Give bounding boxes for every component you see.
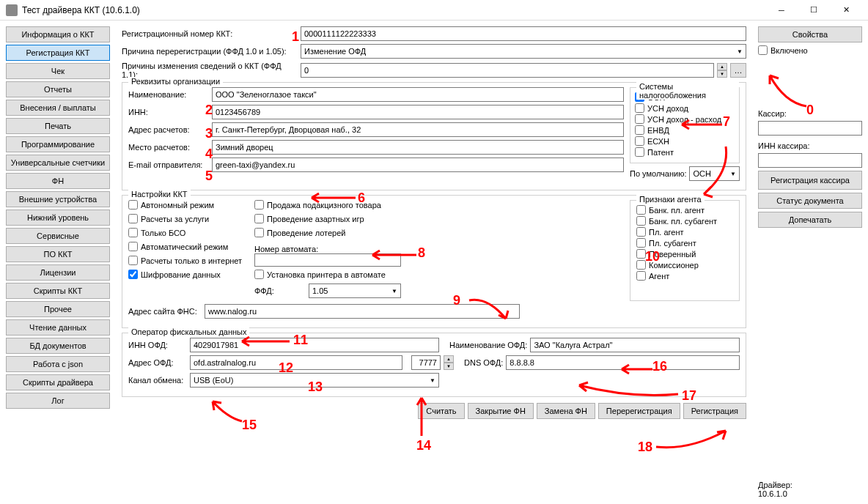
reg-button[interactable]: Регистрация: [683, 403, 746, 419]
cashier-inn-input[interactable]: [758, 153, 862, 168]
kkt-checkbox[interactable]: Автономный режим: [128, 200, 246, 210]
automata-input[interactable]: [254, 253, 401, 267]
enabled-checkbox[interactable]: Включено: [758, 45, 862, 55]
kkt-checkbox[interactable]: Шифрование данных: [128, 270, 246, 279]
org-addr-label: Адрес расчетов:: [128, 125, 209, 134]
kkt-checkbox[interactable]: Проведение лотерей: [254, 228, 401, 237]
kkt-checkbox[interactable]: Автоматический режим: [128, 242, 246, 251]
printer-checkbox[interactable]: Установка принтера в автомате: [254, 270, 401, 279]
app-icon: [6, 4, 18, 16]
ofd-dns-label: DNS ОФД:: [464, 358, 503, 367]
sidebar-item[interactable]: БД документов: [6, 338, 110, 354]
org-place-label: Место расчетов:: [128, 143, 209, 152]
changes-input[interactable]: [301, 63, 714, 78]
ofd-port-input[interactable]: [411, 355, 441, 370]
sidebar-item[interactable]: Чек: [6, 63, 110, 79]
close-button[interactable]: ✕: [830, 0, 862, 21]
org-inn-input[interactable]: [212, 105, 624, 119]
ofd-name-label: Наименование ОФД:: [449, 341, 527, 349]
org-fieldset: Реквизиты организации Наименование: ИНН:…: [122, 82, 746, 190]
fns-label: Адрес сайта ФНС:: [128, 307, 202, 316]
org-email-input[interactable]: [212, 158, 624, 172]
kkt-checkbox[interactable]: Расчеты только в интернет: [128, 256, 246, 265]
sidebar-item[interactable]: Сервисные: [6, 228, 110, 244]
org-addr-input[interactable]: [212, 122, 624, 137]
window-title: Тест драйвера ККТ (10.6.1.0): [22, 5, 765, 15]
kkt-checkbox[interactable]: Продажа подакцизного товара: [254, 200, 401, 210]
maximize-button[interactable]: ☐: [798, 0, 830, 21]
cashier-inn-label: ИНН кассира:: [758, 141, 862, 150]
sidebar-item[interactable]: Скрипты ККТ: [6, 283, 110, 299]
agent-checkbox[interactable]: Пл. агент: [636, 227, 733, 237]
tax-checkbox[interactable]: УСН доход: [635, 103, 735, 113]
sidebar-item[interactable]: Скрипты драйвера: [6, 374, 110, 390]
sidebar-item[interactable]: Внесения / выплаты: [6, 100, 110, 116]
ofd-name-input[interactable]: [530, 338, 740, 352]
close-fn-button[interactable]: Закрытие ФН: [468, 403, 534, 419]
tax-checkbox[interactable]: ЕНВД: [635, 125, 735, 135]
tax-checkbox[interactable]: ЕСХН: [635, 136, 735, 146]
ofd-addr-label: Адрес ОФД:: [128, 358, 187, 367]
reg-number-input[interactable]: [301, 26, 746, 41]
ffd-combo[interactable]: 1.05▼: [309, 284, 401, 298]
rereg-reason-combo[interactable]: Изменение ОФД▼: [301, 44, 746, 59]
sidebar-item[interactable]: Регистрация ККТ: [6, 45, 110, 61]
reg-number-label: Регистрационный номер ККТ:: [122, 29, 298, 38]
props-button[interactable]: Свойства: [758, 26, 862, 42]
kkt-checkbox[interactable]: Проведение азартных игр: [254, 214, 401, 223]
chevron-down-icon: ▼: [391, 288, 397, 294]
minimize-button[interactable]: ─: [765, 0, 798, 21]
changes-ellipsis-button[interactable]: …: [730, 63, 746, 78]
port-spinner[interactable]: ▲▼: [444, 355, 454, 370]
org-email-label: E-mail отправителя:: [128, 160, 209, 169]
fns-input[interactable]: [205, 304, 520, 319]
tax-default-combo[interactable]: ОСН▼: [689, 166, 740, 181]
kkt-checkbox[interactable]: Расчеты за услуги: [128, 214, 246, 223]
tax-default-label: По умолчанию:: [630, 169, 686, 178]
ffd-label: ФФД:: [254, 286, 306, 295]
sidebar-item[interactable]: Внешние устройства: [6, 191, 110, 207]
agent-checkbox[interactable]: Банк. пл. субагент: [636, 216, 733, 226]
kkt-checkbox[interactable]: Только БСО: [128, 228, 246, 237]
read-button[interactable]: Считать: [418, 403, 464, 419]
sidebar-item[interactable]: ФН: [6, 173, 110, 189]
doc-status-button[interactable]: Статус документа: [758, 193, 862, 209]
sidebar-item[interactable]: Чтение данных: [6, 319, 110, 336]
titlebar: Тест драйвера ККТ (10.6.1.0) ─ ☐ ✕: [0, 0, 868, 21]
tax-checkbox[interactable]: Патент: [635, 147, 735, 157]
rereg-button[interactable]: Перерегистрация: [598, 403, 680, 419]
reg-cashier-button[interactable]: Регистрация кассира: [758, 171, 862, 190]
cashier-input[interactable]: [758, 121, 862, 136]
ofd-channel-combo[interactable]: USB (EoU)▼: [190, 373, 439, 388]
agent-checkbox[interactable]: Пл. субагент: [636, 238, 733, 248]
org-inn-label: ИНН:: [128, 108, 209, 116]
ofd-channel-label: Канал обмена:: [128, 376, 187, 385]
sidebar-item[interactable]: Печать: [6, 118, 110, 134]
kkt-settings-fieldset: Настройки ККТ Автономный режимРасчеты за…: [122, 195, 746, 328]
print-more-button[interactable]: Допечатать: [758, 212, 862, 228]
agent-checkbox[interactable]: Комиссионер: [636, 260, 733, 270]
changes-spinner[interactable]: ▲▼: [717, 63, 727, 78]
sidebar-item[interactable]: Лог: [6, 393, 110, 409]
agent-checkbox[interactable]: Агент: [636, 271, 733, 281]
sidebar-item[interactable]: Программирование: [6, 136, 110, 152]
tax-checkbox[interactable]: УСН доход - расход: [635, 114, 735, 124]
org-place-input[interactable]: [212, 140, 624, 155]
sidebar-item[interactable]: Отчеты: [6, 81, 110, 97]
ofd-addr-input[interactable]: [190, 355, 402, 370]
sidebar-item[interactable]: Нижний уровень: [6, 210, 110, 226]
sidebar-item[interactable]: ПО ККТ: [6, 246, 110, 262]
sidebar-item[interactable]: Работа с json: [6, 356, 110, 372]
agent-checkbox[interactable]: Поверенный: [636, 249, 733, 259]
ofd-dns-input[interactable]: [506, 355, 740, 370]
sidebar-item[interactable]: Универсальные счетчики: [6, 155, 110, 171]
agent-checkbox[interactable]: Банк. пл. агент: [636, 205, 733, 215]
ofd-inn-input[interactable]: [190, 338, 439, 352]
replace-fn-button[interactable]: Замена ФН: [537, 403, 595, 419]
org-name-input[interactable]: [212, 87, 624, 102]
sidebar-item[interactable]: Прочее: [6, 301, 110, 317]
automata-label: Номер автомата:: [254, 245, 401, 253]
sidebar-item[interactable]: Информация о ККТ: [6, 26, 110, 42]
main-panel: Регистрационный номер ККТ: Причина перер…: [116, 23, 752, 501]
sidebar-item[interactable]: Лицензии: [6, 264, 110, 281]
